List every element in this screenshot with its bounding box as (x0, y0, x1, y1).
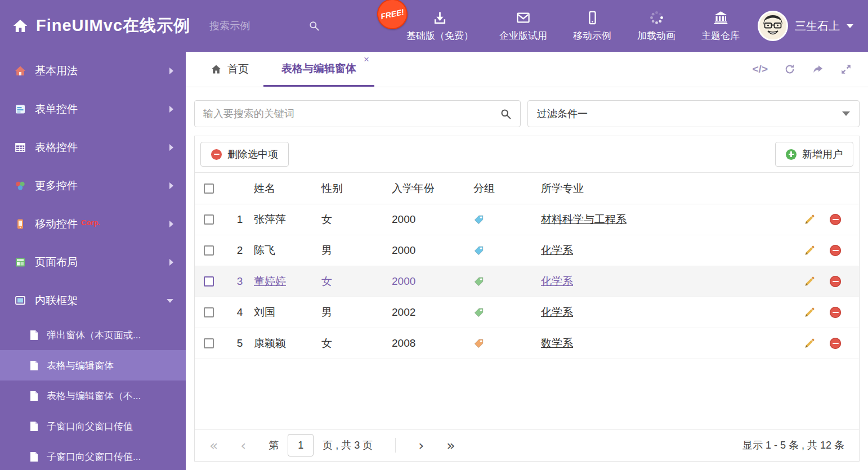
content-area: 过滤条件一 删除选中项 新增用户 (186, 87, 868, 470)
chevron-right-icon (169, 144, 173, 151)
delete-row-icon[interactable] (830, 245, 841, 256)
record-count-summary: 显示 1 - 5 条 , 共 12 条 (742, 438, 844, 452)
col-actions (794, 173, 859, 204)
refresh-icon[interactable] (784, 63, 796, 75)
header-nav: FREE! 基础版（免费） 企业版试用 移动示例 加载动画 主题仓库 (406, 10, 740, 42)
nav-item-theme-repo[interactable]: 主题仓库 (701, 10, 740, 42)
sidebar-subitem-label: 表格与编辑窗体 (47, 359, 114, 372)
tag-icon (473, 307, 484, 318)
delete-row-icon[interactable] (830, 214, 841, 225)
major-link[interactable]: 材料科学与工程系 (541, 213, 627, 225)
minus-circle-icon (211, 149, 222, 160)
delete-row-icon[interactable] (830, 307, 841, 318)
grid-panel: 删除选中项 新增用户 姓名 (194, 136, 860, 462)
sidebar-subitem-grid-edit-window[interactable]: 表格与编辑窗体 (0, 350, 186, 381)
nav-item-enterprise-trial[interactable]: 企业版试用 (499, 10, 547, 42)
sidebar-subitem-popup-window[interactable]: 弹出窗体（本页面或... (0, 320, 186, 350)
select-all-checkbox[interactable] (204, 183, 214, 194)
edit-icon[interactable] (803, 338, 815, 350)
username[interactable]: 三生石上 (795, 19, 840, 34)
sidebar-subitem-label: 弹出窗体（本页面或... (47, 329, 141, 342)
sidebar: 基本用法 表单控件 表格控件 更多控件 移动控件 Corp. (0, 52, 186, 470)
row-checkbox[interactable] (204, 214, 214, 225)
delete-row-icon[interactable] (830, 276, 841, 287)
cell-year: 2000 (392, 204, 473, 235)
sidebar-subitem-child-to-parent-2[interactable]: 子窗口向父窗口传值... (0, 441, 186, 470)
nav-label: 主题仓库 (701, 29, 740, 42)
sidebar-subitem-child-to-parent[interactable]: 子窗口向父窗口传值 (0, 411, 186, 441)
tag-icon (473, 245, 484, 256)
header-search-input[interactable] (209, 20, 302, 32)
edit-icon[interactable] (803, 307, 815, 319)
sidebar-item-grid-controls[interactable]: 表格控件 (0, 128, 186, 167)
avatar-face-icon (759, 12, 786, 39)
table-row: 2 陈飞 男 2000 化学系 (195, 235, 859, 266)
sidebar-item-basic-usage[interactable]: 基本用法 (0, 52, 186, 90)
nav-item-loading-animation[interactable]: 加载动画 (637, 10, 675, 42)
cell-year: 2002 (392, 297, 473, 328)
chevron-down-icon (167, 299, 173, 303)
sidebar-item-iframe[interactable]: 内联框架 (0, 281, 186, 320)
table-row-selected: 3 董婷婷 女 2000 化学系 (195, 266, 859, 297)
major-link[interactable]: 化学系 (541, 306, 573, 318)
search-icon[interactable] (500, 108, 512, 120)
grid-toolbar: 删除选中项 新增用户 (195, 136, 859, 172)
sidebar-item-form-controls[interactable]: 表单控件 (0, 90, 186, 128)
user-menu[interactable]: 三生石上 (758, 11, 853, 41)
search-icon[interactable] (308, 20, 320, 32)
delete-selected-button[interactable]: 删除选中项 (200, 142, 289, 167)
delete-row-icon[interactable] (830, 338, 841, 349)
sidebar-item-mobile-controls[interactable]: 移动控件 Corp. (0, 205, 186, 243)
brand[interactable]: FineUIMvc在线示例 (12, 15, 190, 37)
first-page-button[interactable]: « (209, 438, 218, 453)
iframe-icon (15, 295, 26, 306)
add-user-button[interactable]: 新增用户 (775, 142, 853, 167)
source-code-icon[interactable]: </> (753, 63, 768, 75)
filter-row: 过滤条件一 (194, 100, 860, 127)
page-number-input[interactable] (288, 434, 314, 456)
tab-label: 表格与编辑窗体 (281, 61, 356, 76)
filter-select[interactable]: 过滤条件一 (527, 100, 860, 127)
envelope-icon (516, 10, 531, 25)
file-icon (29, 360, 39, 371)
keyword-search-input[interactable] (203, 108, 500, 120)
tab-grid-edit-window[interactable]: 表格与编辑窗体 × (263, 52, 374, 87)
row-checkbox[interactable] (204, 338, 214, 348)
table-icon (15, 142, 26, 153)
close-icon[interactable]: × (364, 55, 369, 64)
nav-item-basic-free[interactable]: FREE! 基础版（免费） (406, 10, 473, 42)
prev-page-button[interactable]: ‹ (240, 438, 246, 453)
share-icon[interactable] (812, 63, 824, 75)
next-page-button[interactable]: › (418, 438, 424, 453)
tab-tools: </> (753, 52, 868, 87)
sidebar-subitem-grid-edit-window-2[interactable]: 表格与编辑窗体（不... (0, 381, 186, 411)
edit-icon[interactable] (803, 276, 815, 288)
edit-icon[interactable] (803, 214, 815, 226)
keyword-search-box[interactable] (194, 100, 521, 127)
sidebar-subitem-label: 表格与编辑窗体（不... (47, 390, 141, 402)
nav-item-mobile-demo[interactable]: 移动示例 (573, 10, 611, 42)
row-checkbox[interactable] (204, 276, 214, 287)
row-checkbox[interactable] (204, 245, 214, 256)
cell-gender: 女 (321, 266, 392, 297)
major-link[interactable]: 数学系 (541, 337, 573, 349)
major-link[interactable]: 化学系 (541, 275, 573, 287)
nav-label: 加载动画 (637, 29, 675, 42)
sidebar-item-more-controls[interactable]: 更多控件 (0, 167, 186, 205)
avatar[interactable] (758, 11, 788, 41)
last-page-button[interactable]: » (446, 438, 455, 453)
tab-home[interactable]: 首页 (196, 52, 263, 87)
edit-icon[interactable] (803, 245, 815, 257)
row-checkbox[interactable] (204, 307, 214, 317)
tag-icon (473, 214, 484, 225)
sidebar-item-label: 移动控件 (35, 217, 78, 231)
users-table: 姓名 性别 入学年份 分组 所学专业 1 张萍萍 (195, 172, 859, 359)
chevron-right-icon (169, 68, 173, 74)
major-link[interactable]: 化学系 (541, 244, 573, 256)
table-row: 4 刘国 男 2002 化学系 (195, 297, 859, 328)
expand-icon[interactable] (840, 63, 852, 75)
row-number: 2 (226, 235, 254, 266)
sidebar-item-page-layout[interactable]: 页面布局 (0, 243, 186, 281)
header-search[interactable] (209, 20, 322, 32)
chevron-down-icon[interactable] (847, 24, 853, 28)
